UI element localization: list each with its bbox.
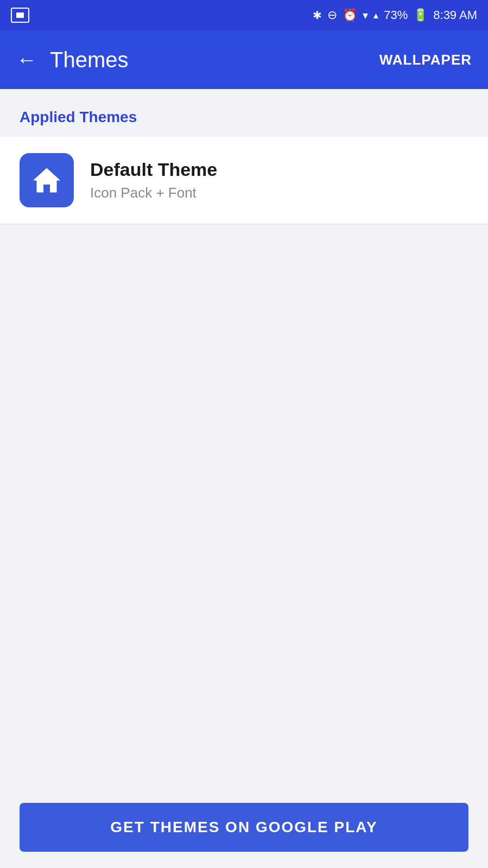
status-time: 8:39 AM xyxy=(433,8,477,22)
status-bar-right: ✱ ⊖ ⏰ ▾ ▴ 73% 🔋 8:39 AM xyxy=(313,8,477,22)
status-bar: ✱ ⊖ ⏰ ▾ ▴ 73% 🔋 8:39 AM xyxy=(0,0,488,30)
home-icon xyxy=(30,164,63,197)
applied-themes-section: Applied Themes xyxy=(0,89,488,137)
signal-icon: ▴ xyxy=(373,9,378,21)
theme-info: Default Theme Icon Pack + Font xyxy=(90,159,217,201)
svg-rect-0 xyxy=(43,185,50,192)
main-content: Applied Themes Default Theme Icon Pack +… xyxy=(0,89,488,868)
wallpaper-button[interactable]: WALLPAPER xyxy=(379,52,472,68)
bluetooth-icon: ✱ xyxy=(313,9,322,22)
empty-content-area xyxy=(0,224,488,792)
page-title: Themes xyxy=(50,48,129,72)
applied-themes-title: Applied Themes xyxy=(20,109,137,125)
theme-subtitle: Icon Pack + Font xyxy=(90,185,217,201)
theme-item[interactable]: Default Theme Icon Pack + Font xyxy=(0,137,488,224)
get-themes-button[interactable]: GET THEMES ON GOOGLE PLAY xyxy=(20,803,468,852)
theme-icon-container xyxy=(20,153,74,207)
theme-name: Default Theme xyxy=(90,159,217,180)
thumbnail-icon xyxy=(11,8,29,23)
app-bar: ← Themes WALLPAPER xyxy=(0,30,488,89)
battery-percentage: 73% xyxy=(384,8,408,22)
wifi-icon: ▾ xyxy=(363,9,368,22)
alarm-icon: ⏰ xyxy=(343,8,357,22)
status-bar-left xyxy=(11,8,29,23)
minus-circle-icon: ⊖ xyxy=(327,8,337,22)
back-button[interactable]: ← xyxy=(16,49,37,70)
bottom-button-container: GET THEMES ON GOOGLE PLAY xyxy=(0,792,488,868)
battery-icon: 🔋 xyxy=(413,8,428,22)
app-bar-left: ← Themes xyxy=(16,48,129,72)
